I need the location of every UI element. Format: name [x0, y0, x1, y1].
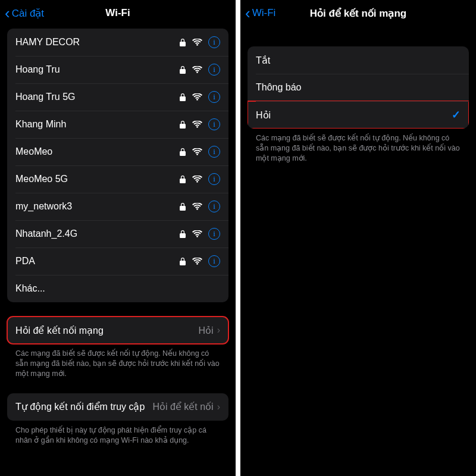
- network-row[interactable]: HAMY DECORi: [7, 29, 228, 56]
- option-label: Tắt: [256, 55, 461, 66]
- wifi-icon: [192, 121, 202, 129]
- info-icon[interactable]: i: [208, 255, 220, 267]
- network-name: Hoang Tru 5G: [15, 92, 179, 102]
- lock-icon: [179, 230, 186, 238]
- network-icons: i: [179, 173, 220, 185]
- network-row[interactable]: MeoMeoi: [7, 138, 228, 165]
- wifi-icon: [192, 39, 202, 46]
- network-row[interactable]: Nhatanh_2.4Gi: [7, 220, 228, 248]
- chevron-left-icon: ‹: [5, 5, 10, 21]
- wifi-icon: [192, 93, 202, 101]
- back-label: Wi-Fi: [252, 7, 276, 19]
- info-icon[interactable]: i: [208, 173, 220, 185]
- options-list: TắtThông báoHỏi✓: [248, 46, 469, 129]
- wifi-icon: [192, 66, 202, 74]
- page-title: Hỏi để kết nối mạng: [310, 7, 406, 20]
- network-name: Nhatanh_2.4G: [15, 228, 179, 239]
- options-footer: Các mạng đã biết sẽ được kết nối tự động…: [248, 129, 469, 164]
- network-name: Khang Minh: [15, 119, 179, 130]
- network-icons: i: [179, 146, 220, 158]
- network-row[interactable]: Hoang Tru 5Gi: [7, 83, 228, 111]
- ask-join-section: Hỏi để kết nối mạng Hỏi › Các mạng đã bi…: [7, 317, 228, 379]
- back-label: Cài đặt: [12, 7, 44, 20]
- auto-hotspot-footer: Cho phép thiết bị này tự động phát hiện …: [7, 421, 228, 446]
- ask-to-join-row[interactable]: Hỏi để kết nối mạng Hỏi ›: [7, 317, 228, 344]
- network-row[interactable]: Hoang Trui: [7, 56, 228, 83]
- info-icon[interactable]: i: [208, 201, 220, 212]
- wifi-icon: [192, 148, 202, 156]
- network-icons: i: [179, 255, 220, 267]
- info-icon[interactable]: i: [208, 228, 220, 240]
- ask-join-value: Hỏi: [199, 325, 214, 336]
- network-row[interactable]: PDAi: [7, 248, 228, 275]
- ask-join-label: Hỏi để kết nối mạng: [15, 325, 199, 336]
- option-label: Hỏi: [256, 109, 452, 121]
- chevron-right-icon: ›: [217, 402, 220, 412]
- network-row[interactable]: Khang Minhi: [7, 111, 228, 138]
- network-name: MeoMeo: [15, 146, 179, 157]
- lock-icon: [179, 202, 186, 211]
- nav-bar: ‹ Wi-Fi Hỏi để kết nối mạng: [240, 0, 476, 26]
- network-icons: i: [179, 228, 220, 240]
- network-row[interactable]: MeoMeo 5Gi: [7, 165, 228, 193]
- network-name: PDA: [15, 256, 179, 267]
- option-row[interactable]: Hỏi✓: [248, 101, 469, 129]
- ask-join-footer: Các mạng đã biết sẽ được kết nối tự động…: [7, 344, 228, 379]
- lock-icon: [179, 93, 186, 101]
- wifi-icon: [192, 230, 202, 238]
- network-name: HAMY DECOR: [15, 37, 179, 48]
- network-icons: i: [179, 201, 220, 212]
- chevron-left-icon: ‹: [245, 5, 250, 21]
- network-name: MeoMeo 5G: [15, 174, 179, 184]
- info-icon[interactable]: i: [208, 36, 220, 48]
- ask-join-detail-screen: ‹ Wi-Fi Hỏi để kết nối mạng TắtThông báo…: [240, 0, 476, 476]
- network-name: Hoang Tru: [15, 64, 179, 75]
- info-icon[interactable]: i: [208, 64, 220, 76]
- back-button[interactable]: ‹ Cài đặt: [5, 5, 44, 21]
- network-icons: i: [179, 36, 220, 48]
- network-row[interactable]: my_network3i: [7, 193, 228, 220]
- lock-icon: [179, 257, 186, 265]
- lock-icon: [179, 65, 186, 74]
- option-row[interactable]: Tắt: [248, 46, 469, 74]
- option-label: Thông báo: [256, 82, 461, 93]
- checkmark-icon: ✓: [452, 108, 461, 121]
- other-network-row[interactable]: Khác...: [7, 275, 228, 302]
- nav-bar: ‹ Cài đặt Wi-Fi: [0, 0, 236, 26]
- other-label: Khác...: [15, 283, 220, 294]
- network-list: HAMY DECORiHoang TruiHoang Tru 5GiKhang …: [7, 29, 228, 302]
- lock-icon: [179, 38, 186, 46]
- wifi-icon: [192, 176, 202, 183]
- auto-hotspot-section: Tự động kết nối điểm truy cập Hỏi để kết…: [7, 393, 228, 446]
- lock-icon: [179, 148, 186, 156]
- auto-hotspot-value: Hỏi để kết nối: [152, 401, 213, 412]
- info-icon[interactable]: i: [208, 146, 220, 158]
- network-icons: i: [179, 118, 220, 130]
- network-icons: i: [179, 64, 220, 76]
- back-button[interactable]: ‹ Wi-Fi: [245, 5, 275, 21]
- chevron-right-icon: ›: [217, 325, 220, 336]
- wifi-icon: [192, 203, 202, 211]
- lock-icon: [179, 120, 186, 129]
- lock-icon: [179, 175, 186, 183]
- network-name: my_network3: [15, 201, 179, 212]
- info-icon[interactable]: i: [208, 91, 220, 103]
- auto-hotspot-row[interactable]: Tự động kết nối điểm truy cập Hỏi để kết…: [7, 393, 228, 421]
- auto-hotspot-label: Tự động kết nối điểm truy cập: [15, 401, 152, 412]
- wifi-icon: [192, 258, 202, 265]
- page-title: Wi-Fi: [105, 7, 130, 19]
- wifi-settings-screen: ‹ Cài đặt Wi-Fi HAMY DECORiHoang TruiHoa…: [0, 0, 236, 476]
- info-icon[interactable]: i: [208, 118, 220, 130]
- option-row[interactable]: Thông báo: [248, 74, 469, 101]
- network-icons: i: [179, 91, 220, 103]
